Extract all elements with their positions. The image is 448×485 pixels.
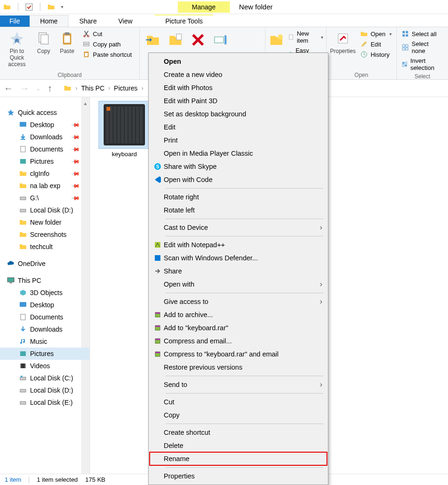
cut-button[interactable]: Cut — [81, 29, 134, 38]
cm-open[interactable]: Open — [150, 55, 327, 68]
tree-item[interactable]: Local Disk (E:) — [0, 396, 90, 409]
open-button[interactable]: Open▾ — [358, 29, 394, 38]
copy-button[interactable]: Copy — [33, 29, 54, 54]
cm-open-code[interactable]: Open with Code — [150, 173, 327, 186]
tab-view[interactable]: View — [107, 15, 143, 27]
cm-edit-photos[interactable]: Edit with Photos — [150, 81, 327, 94]
cm-send-to[interactable]: Send to› — [150, 378, 327, 391]
tree-item-pictures[interactable]: Pictures — [0, 348, 90, 360]
paste-button[interactable]: Paste — [56, 29, 78, 54]
copy-to-button[interactable] — [165, 29, 186, 48]
cm-properties[interactable]: Properties — [150, 470, 327, 483]
tree-item[interactable]: Videos — [0, 360, 90, 372]
tree-item[interactable]: Music — [0, 335, 90, 348]
divider — [40, 3, 40, 11]
cm-give-access[interactable]: Give access to› — [150, 295, 327, 308]
back-button[interactable]: ← — [4, 83, 13, 94]
address-bar[interactable]: › This PC › Pictures › — [63, 84, 143, 92]
cm-compress-to-email[interactable]: Compress to "keyboard.rar" and email — [150, 348, 327, 361]
tree-item[interactable]: G:\📌 — [0, 192, 90, 204]
navigation-pane: ▲ Quick access Desktop📌 Downloads📌 Docum… — [0, 97, 90, 474]
cm-compress-email[interactable]: Compress and email... — [150, 334, 327, 348]
checkbox-icon[interactable] — [25, 3, 33, 11]
tree-item[interactable]: Documents📌 — [0, 143, 90, 155]
cm-restore-versions[interactable]: Restore previous versions — [150, 361, 327, 374]
qat-customize-caret[interactable]: ▾ — [61, 4, 63, 9]
cm-add-to-rar[interactable]: Add to "keyboard.rar" — [150, 321, 327, 334]
invert-selection-button[interactable]: Invert selection — [400, 56, 445, 72]
tree-item[interactable]: Downloads📌 — [0, 131, 90, 143]
cm-share[interactable]: Share — [150, 265, 327, 278]
tree-item[interactable]: na lab exp📌 — [0, 180, 90, 192]
cm-defender[interactable]: Scan with Windows Defender... — [150, 251, 327, 265]
select-all-button[interactable]: Select all — [400, 29, 445, 38]
history-button[interactable]: History — [358, 50, 394, 59]
select-none-button[interactable]: Select none — [400, 39, 445, 55]
pictures-icon — [19, 157, 27, 166]
cm-edit-paint3d[interactable]: Edit with Paint 3D — [150, 94, 327, 107]
cm-create-shortcut[interactable]: Create shortcut — [150, 426, 327, 439]
chevron-right-icon[interactable]: › — [108, 85, 110, 91]
cm-add-archive[interactable]: Add to archive... — [150, 308, 327, 321]
cm-edit[interactable]: Edit — [150, 121, 327, 134]
tree-item[interactable]: Desktop — [0, 299, 90, 311]
copy-path-button[interactable]: Copy path — [81, 39, 134, 49]
cm-delete[interactable]: Delete — [150, 439, 327, 452]
tree-item[interactable]: 3D Objects — [0, 287, 90, 299]
tree-item[interactable]: Local Disk (D:) — [0, 384, 90, 396]
tree-item[interactable]: techcult — [0, 241, 90, 253]
cm-print[interactable]: Print — [150, 134, 327, 147]
tree-this-pc[interactable]: This PC — [0, 274, 90, 287]
cm-cut[interactable]: Cut — [150, 395, 327, 409]
up-button[interactable]: ↑ — [47, 83, 52, 94]
cm-open-with[interactable]: Open with› — [150, 278, 327, 291]
move-to-button[interactable] — [143, 29, 163, 48]
paste-shortcut-button[interactable]: Paste shortcut — [81, 50, 134, 59]
tree-item[interactable]: Pictures📌 — [0, 155, 90, 167]
tree-quick-access[interactable]: Quick access — [0, 106, 90, 119]
tree-onedrive[interactable]: OneDrive — [0, 258, 90, 270]
cm-cast[interactable]: Cast to Device› — [150, 221, 327, 234]
tree-item[interactable]: clgInfo📌 — [0, 167, 90, 180]
tree-item[interactable]: Documents — [0, 311, 90, 323]
tab-share[interactable]: Share — [68, 15, 107, 27]
cm-copy[interactable]: Copy — [150, 409, 327, 422]
cm-create-video[interactable]: Create a new video — [150, 68, 327, 81]
chevron-right-icon[interactable]: › — [141, 85, 143, 91]
pin-to-quick-access-button[interactable]: Pin to Quick access — [3, 29, 31, 68]
properties-button[interactable]: Properties — [329, 29, 357, 54]
tab-picture-tools[interactable]: Picture Tools — [154, 15, 213, 27]
new-folder-button[interactable] — [268, 29, 284, 48]
cm-rename[interactable]: Rename — [150, 452, 327, 465]
chevron-right-icon[interactable]: › — [76, 85, 77, 91]
crumb-pictures[interactable]: Pictures — [114, 84, 138, 92]
edit-button[interactable]: Edit — [358, 39, 394, 49]
desktop-icon — [19, 301, 27, 309]
tree-item[interactable]: New folder — [0, 216, 90, 228]
cm-rotate-right[interactable]: Rotate right — [150, 190, 327, 204]
file-item-keyboard[interactable]: keyboard — [99, 101, 150, 158]
cm-share-skype[interactable]: SShare with Skype — [150, 160, 327, 173]
rename-button[interactable] — [210, 29, 231, 48]
forward-button[interactable]: → — [20, 83, 29, 94]
crumb-this-pc[interactable]: This PC — [81, 84, 105, 92]
cm-set-background[interactable]: Set as desktop background — [150, 107, 327, 121]
tree-item[interactable]: Desktop📌 — [0, 119, 90, 131]
cm-rotate-left[interactable]: Rotate left — [150, 204, 327, 217]
tree-item[interactable]: Local Disk (D:) — [0, 204, 90, 216]
tab-file[interactable]: File — [0, 15, 30, 27]
folder-icon[interactable] — [47, 3, 55, 11]
status-selected-count: 1 item selected — [37, 476, 77, 483]
tree-item[interactable]: Screenshots — [0, 228, 90, 241]
tree-item[interactable]: Local Disk (C:) — [0, 372, 90, 384]
svg-rect-2 — [41, 35, 48, 44]
cm-notepadpp[interactable]: Edit with Notepad++ — [150, 238, 327, 251]
recent-dropdown[interactable]: ⌄ — [36, 85, 41, 92]
delete-button[interactable] — [188, 29, 208, 48]
download-icon — [19, 325, 27, 333]
tab-home[interactable]: Home — [30, 15, 68, 27]
cm-open-mpc[interactable]: Open in Media Player Classic — [150, 147, 327, 160]
tree-item[interactable]: Downloads — [0, 323, 90, 335]
chevron-right-icon: › — [320, 380, 322, 389]
new-item-button[interactable]: New item▾ — [286, 29, 325, 45]
